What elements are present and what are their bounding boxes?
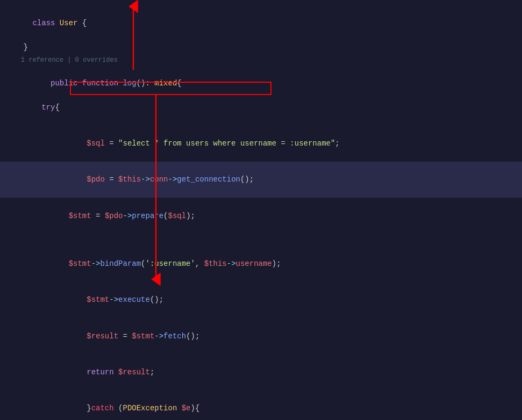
code-editor: class User { } 1 reference | 0 overrides… xyxy=(0,0,522,420)
code-line-pdo: $pdo = $this->conn->get_connection(); xyxy=(0,162,522,198)
code-line xyxy=(0,234,522,245)
code-line xyxy=(0,114,522,126)
code-line-bindparam: $stmt->bindParam(':username', $this->use… xyxy=(0,246,522,282)
code-line: } xyxy=(0,41,522,53)
code-line-catch: }catch (PDOException $e){ xyxy=(0,390,522,421)
code-line: try{ xyxy=(0,102,522,113)
code-line: class User { xyxy=(0,5,522,41)
code-line-stmt: $stmt = $pdo->prepare($sql); xyxy=(0,198,522,234)
code-line-return: return $result; xyxy=(0,354,522,390)
code-line-ref: 1 reference | 0 overrides xyxy=(0,54,522,66)
code-line-execute: $stmt->execute(); xyxy=(0,282,522,318)
code-line: public function log(): mixed{ xyxy=(0,66,522,102)
code-line-sql: $sql = "select * from users where userna… xyxy=(0,126,522,162)
code-line-fetch: $result = $stmt->fetch(); xyxy=(0,318,522,354)
